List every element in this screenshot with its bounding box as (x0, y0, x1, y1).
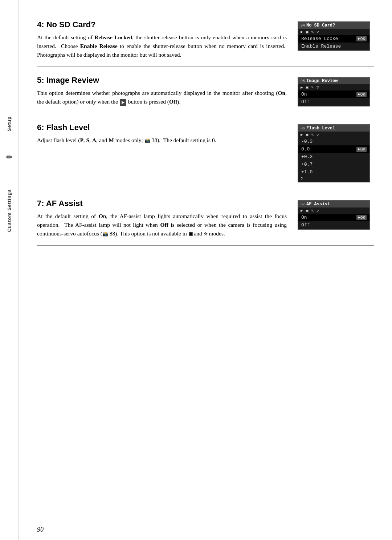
cam-row-on-af: On ▶OK (298, 214, 369, 221)
cam-icon-info: ▽ (317, 29, 319, 34)
cam-row-icons-fl: ▶ ▣ ✎ ▽ (298, 132, 369, 138)
cam-ui-af-assist: 07 AF Assist ▶ ▣ ✎ ▽ On ▶OK Off (298, 200, 374, 238)
title-image-review: 5: Image Review (37, 76, 287, 85)
cam-row-plus10: +1.0 (298, 168, 369, 176)
cam-icon-lock-fl: ▣ (306, 132, 309, 137)
cam-row-minus03: -0.3 (298, 138, 369, 145)
cam-label-on-af: On (301, 215, 355, 220)
question-icon: ? (301, 177, 303, 181)
cam-label-on-ir: On (301, 92, 355, 97)
cam-label-plus10: +1.0 (301, 169, 367, 175)
cam-label-enable-release: Enable Release (301, 44, 367, 49)
playback-button-icon: ▶ (120, 99, 126, 106)
pencil-icon: ✏ (6, 153, 13, 162)
cam-row-zero: 0.0 ▶OK (298, 145, 369, 153)
cam-icon-lock-ir: ▣ (306, 85, 309, 90)
cam-ui-image-review: 05 Image Review ▶ ▣ ✎ ▽ On ▶OK Off (298, 77, 374, 106)
cam-row-plus03: +0.3 (298, 153, 369, 161)
cam-icon-play-af: ▶ (301, 208, 303, 213)
cam-num-07: 07 (301, 202, 305, 206)
cam-icon-pencil-af: ✎ (311, 208, 314, 213)
cam-ui-flash-level: 06 Flash Level ▶ ▣ ✎ ▽ -0.3 0.0 ▶OK (298, 124, 374, 182)
cam-ok-zero: ▶OK (356, 147, 367, 152)
cam-row-enable-release: Enable Release (298, 43, 369, 50)
cam-row-on-ir: On ▶OK (298, 90, 369, 98)
cam-row-off-ir: Off (298, 98, 369, 106)
cam-label-release-locked: Release Locke (301, 36, 355, 41)
section-text-image-review: 5: Image Review This option determines w… (37, 76, 298, 106)
cam-screen-flash-level: 06 Flash Level ▶ ▣ ✎ ▽ -0.3 0.0 ▶OK (298, 124, 370, 182)
cam-label-minus03: -0.3 (301, 139, 367, 144)
cam-num-04: 04 (301, 24, 305, 28)
cam-icon-play-ir: ▶ (301, 85, 303, 90)
cam-label-plus03: +0.3 (301, 154, 367, 160)
cam-icon-info-ir: ▽ (317, 85, 319, 90)
cam-num-06: 06 (301, 126, 305, 130)
cam-screen-no-sd-card: 04 No SD Card? ▶ ▣ ✎ ▽ Release Locke ▶OK (298, 21, 370, 51)
sidebar-setup-label: Setup (7, 116, 12, 131)
cam-screen-af-assist: 07 AF Assist ▶ ▣ ✎ ▽ On ▶OK Off (298, 200, 370, 230)
cam-ok-release: ▶OK (356, 36, 367, 41)
cam-ok-on-ir: ▶OK (356, 92, 367, 97)
cam-row-icons: ▶ ▣ ✎ ▽ (298, 29, 369, 35)
cam-ok-on-af: ▶OK (356, 215, 367, 220)
section-text-no-sd-card: 4: No SD Card? At the default setting of… (37, 20, 298, 59)
cam-icon-play-fl: ▶ (301, 132, 303, 137)
cam-title-no-sd-card: 04 No SD Card? (298, 22, 369, 29)
cam-icon-info-fl: ▽ (317, 132, 319, 137)
cam-num-05: 05 (301, 79, 305, 83)
cam-icon-lock: ▣ (306, 29, 309, 34)
cam-icon-pencil-ir: ✎ (311, 85, 314, 90)
body-flash-level: Adjust flash level (P, S, A, and M modes… (37, 136, 287, 145)
cam-title-flash-level: 06 Flash Level (298, 125, 369, 132)
cam-text-flash-level: Flash Level (306, 126, 335, 131)
cam-title-image-review: 05 Image Review (298, 78, 369, 84)
section-no-sd-card: 4: No SD Card? At the default setting of… (37, 11, 374, 67)
cam-icon-play: ▶ (301, 29, 303, 34)
cam-icon-pencil-fl: ✎ (311, 132, 314, 137)
body-no-sd-card: At the default setting of Release Locked… (37, 33, 287, 59)
cam-row-icons-af: ▶ ▣ ✎ ▽ (298, 207, 369, 214)
cam-row-off-af: Off (298, 221, 369, 229)
cam-icon-lock-af: ▣ (306, 208, 309, 213)
cam-title-af-assist: 07 AF Assist (298, 201, 369, 207)
section-image-review: 5: Image Review This option determines w… (37, 67, 374, 114)
cam-screen-image-review: 05 Image Review ▶ ▣ ✎ ▽ On ▶OK Off (298, 77, 370, 106)
section-text-flash-level: 6: Flash Level Adjust flash level (P, S,… (37, 123, 298, 182)
main-content: 4: No SD Card? At the default setting of… (19, 0, 392, 540)
cam-row-icons-ir: ▶ ▣ ✎ ▽ (298, 84, 369, 90)
body-image-review: This option determines whether photograp… (37, 89, 287, 106)
title-no-sd-card: 4: No SD Card? (37, 20, 287, 29)
section-af-assist: 7: AF Assist At the default setting of O… (37, 190, 374, 245)
cam-row-question: ? (298, 176, 369, 182)
title-flash-level: 6: Flash Level (37, 123, 287, 132)
cam-label-off-ir: Off (301, 99, 367, 105)
cam-row-release-locked: Release Locke ▶OK (298, 35, 369, 43)
cam-label-off-af: Off (301, 222, 367, 228)
cam-text-image-review: Image Review (306, 78, 338, 84)
sidebar: Setup ✏ Custom Settings (0, 0, 19, 540)
cam-text-no-sd-card: No SD Card? (306, 23, 335, 28)
page-number: 90 (37, 526, 44, 533)
cam-label-plus07: +0.7 (301, 162, 367, 167)
section-flash-level: 6: Flash Level Adjust flash level (P, S,… (37, 114, 374, 190)
body-af-assist: At the default setting of On, the AF-ass… (37, 212, 287, 238)
cam-icon-pencil: ✎ (311, 29, 314, 34)
cam-icon-info-af: ▽ (317, 208, 319, 213)
cam-text-af-assist: AF Assist (306, 202, 330, 207)
cam-row-plus07: +0.7 (298, 161, 369, 168)
cam-label-zero: 0.0 (301, 146, 355, 152)
title-af-assist: 7: AF Assist (37, 199, 287, 208)
cam-ui-no-sd-card: 04 No SD Card? ▶ ▣ ✎ ▽ Release Locke ▶OK (298, 21, 374, 59)
section-text-af-assist: 7: AF Assist At the default setting of O… (37, 199, 298, 238)
bottom-divider (37, 245, 374, 246)
sidebar-custom-label: Custom Settings (7, 189, 12, 232)
